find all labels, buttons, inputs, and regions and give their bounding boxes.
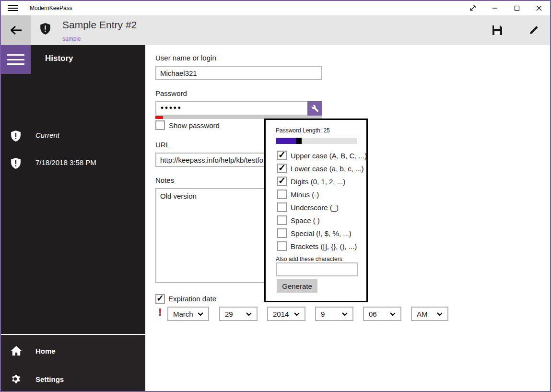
expiration-hour-dropdown[interactable]: 9 <box>315 307 353 321</box>
space-checkbox[interactable] <box>277 215 287 225</box>
expiration-ampm-dropdown[interactable]: AM <box>411 307 448 321</box>
chevron-down-icon <box>246 311 252 317</box>
diagonal-resize-icon <box>469 5 476 12</box>
option-underscore: Underscore (_) <box>266 202 369 215</box>
chevron-down-icon <box>389 311 396 317</box>
sidebar-item-label: Current <box>35 131 59 139</box>
option-lower-case: ✓ Lower case (a, b, c, ...) <box>266 164 369 177</box>
generate-button[interactable]: Generate <box>277 279 317 293</box>
also-add-input[interactable] <box>276 262 358 276</box>
slider-fill <box>276 138 296 144</box>
expiration-day-dropdown[interactable]: 29 <box>219 307 258 321</box>
expiration-year-dropdown[interactable]: 2014 <box>267 307 305 321</box>
close-button[interactable] <box>528 1 550 15</box>
close-icon <box>536 5 542 11</box>
chevron-down-icon <box>293 311 300 317</box>
show-password-label: Show password <box>169 121 220 130</box>
titlebar: ModernKeePass <box>1 1 550 15</box>
option-special: Special (!, $, %, ...) <box>266 228 369 241</box>
save-button[interactable] <box>486 15 508 45</box>
app-window: ModernKeePass Sample Entry #2 sample <box>0 0 551 392</box>
back-button[interactable] <box>1 15 31 45</box>
brackets-checkbox[interactable] <box>277 241 287 251</box>
option-label: Underscore (_) <box>291 203 339 212</box>
shield-icon <box>11 158 21 169</box>
digits-checkbox[interactable]: ✓ <box>277 177 287 186</box>
option-minus: Minus (-) <box>266 190 369 202</box>
wrench-icon <box>311 105 319 112</box>
sidebar-bottom-nav: Home Settings <box>1 335 145 391</box>
sidebar-item-history-entry[interactable]: 7/18/2018 3:58 PM <box>1 152 145 174</box>
expiration-warning-icon: ! <box>158 306 162 319</box>
upper-case-checkbox[interactable]: ✓ <box>277 151 287 160</box>
expiration-month-dropdown[interactable]: March <box>167 307 209 321</box>
underscore-checkbox[interactable] <box>277 202 287 212</box>
username-label: User name or login <box>155 54 216 62</box>
special-checkbox[interactable] <box>277 228 287 238</box>
slider-thumb[interactable] <box>296 138 302 144</box>
option-label: Upper case (A, B, C, ...) <box>291 152 367 160</box>
dropdown-value: AM <box>417 310 428 318</box>
entry-shield-icon <box>40 23 50 35</box>
window-controls <box>462 1 550 15</box>
dropdown-value: 29 <box>225 310 233 318</box>
pencil-icon <box>529 25 539 35</box>
option-space: Space ( ) <box>266 215 369 228</box>
group-link[interactable]: sample <box>62 36 81 42</box>
expiration-minute-dropdown[interactable]: 06 <box>363 307 401 321</box>
titlebar-hamburger-icon[interactable] <box>8 4 18 12</box>
expiration-checkbox[interactable]: ✓ <box>155 294 165 304</box>
page-title: Sample Entry #2 <box>62 19 137 31</box>
dropdown-value: March <box>173 310 193 318</box>
password-label: Password <box>155 89 187 97</box>
password-generator-button[interactable] <box>307 101 322 116</box>
dropdown-value: 9 <box>321 310 325 318</box>
also-add-label: Also add these characters: <box>276 256 344 262</box>
back-arrow-icon <box>10 25 22 36</box>
chevron-down-icon <box>341 311 348 317</box>
minimize-icon <box>492 5 498 11</box>
chevron-down-icon <box>436 311 443 317</box>
dropdown-value: 06 <box>369 310 377 318</box>
gear-icon <box>11 374 21 384</box>
edit-button[interactable] <box>523 15 545 45</box>
chevron-down-icon <box>197 311 204 317</box>
password-length-slider[interactable] <box>276 138 357 144</box>
check-icon: ✓ <box>278 176 286 185</box>
password-generator-popup: Password Length: 25 ✓ Upper case (A, B, … <box>264 119 368 302</box>
sidebar-section-title: History <box>45 54 73 63</box>
minus-checkbox[interactable] <box>277 190 287 199</box>
option-label: Minus (-) <box>291 190 319 199</box>
sidebar-item-settings[interactable]: Settings <box>1 369 145 391</box>
expiration-label: Expiration date <box>168 295 216 303</box>
dropdown-value: 2014 <box>273 310 289 318</box>
password-input[interactable]: ••••• <box>155 101 322 116</box>
sidebar-item-current[interactable]: Current <box>1 125 145 147</box>
minimize-button[interactable] <box>484 1 506 15</box>
maximize-button[interactable] <box>506 1 528 15</box>
nav-item-label: Home <box>35 347 56 355</box>
nav-item-label: Settings <box>35 375 64 383</box>
check-icon: ✓ <box>278 163 286 172</box>
password-length-label: Password Length: 25 <box>276 127 330 134</box>
option-upper-case: ✓ Upper case (A, B, C, ...) <box>266 151 369 164</box>
shield-icon <box>11 131 21 142</box>
hamburger-icon <box>7 54 24 65</box>
option-label: Special (!, $, %, ...) <box>291 229 352 238</box>
menu-button[interactable] <box>1 45 31 74</box>
option-digits: ✓ Digits (0, 1, 2, ...) <box>266 177 369 190</box>
password-strength-fill <box>155 116 163 119</box>
username-input[interactable] <box>155 66 322 80</box>
check-icon: ✓ <box>156 294 164 303</box>
sidebar-item-home[interactable]: Home <box>1 341 145 363</box>
maximize-icon <box>514 5 520 11</box>
option-label: Brackets ([], {}, (), ...) <box>291 242 357 250</box>
app-title: ModernKeePass <box>30 5 72 12</box>
url-label: URL <box>155 141 170 149</box>
entry-header: Sample Entry #2 sample <box>1 15 550 45</box>
home-icon <box>11 346 22 356</box>
lower-case-checkbox[interactable]: ✓ <box>277 164 287 173</box>
show-password-checkbox[interactable] <box>155 120 165 130</box>
password-masked-value: ••••• <box>161 103 182 113</box>
fullscreen-button[interactable] <box>462 1 484 15</box>
